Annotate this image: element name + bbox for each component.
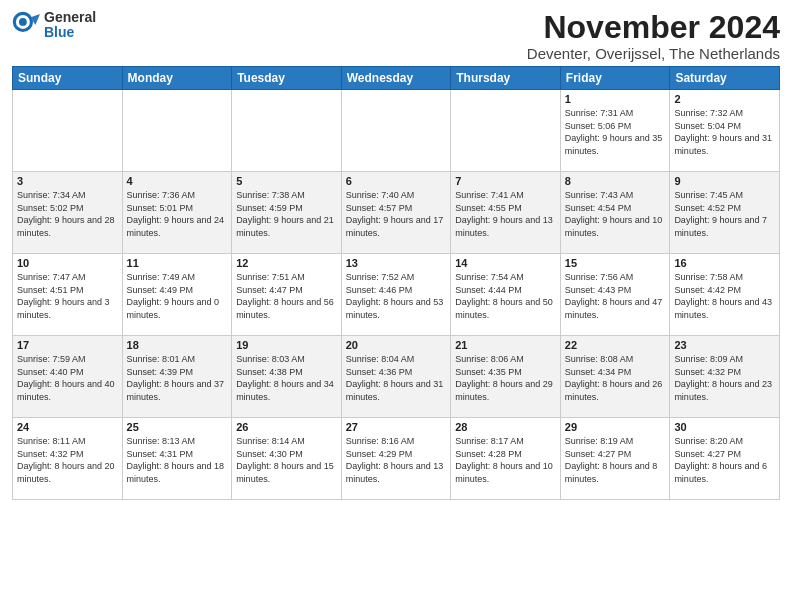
day-info: Sunrise: 8:11 AM Sunset: 4:32 PM Dayligh… — [17, 435, 118, 485]
calendar-week-5: 24Sunrise: 8:11 AM Sunset: 4:32 PM Dayli… — [13, 418, 780, 500]
logo-text: General Blue — [44, 10, 96, 41]
location: Deventer, Overijssel, The Netherlands — [527, 45, 780, 62]
day-number: 1 — [565, 93, 666, 105]
day-number: 13 — [346, 257, 447, 269]
calendar-cell — [232, 90, 342, 172]
calendar-cell: 19Sunrise: 8:03 AM Sunset: 4:38 PM Dayli… — [232, 336, 342, 418]
day-number: 16 — [674, 257, 775, 269]
day-info: Sunrise: 7:56 AM Sunset: 4:43 PM Dayligh… — [565, 271, 666, 321]
logo-blue-text: Blue — [44, 25, 96, 40]
day-number: 27 — [346, 421, 447, 433]
day-info: Sunrise: 7:58 AM Sunset: 4:42 PM Dayligh… — [674, 271, 775, 321]
calendar-cell: 27Sunrise: 8:16 AM Sunset: 4:29 PM Dayli… — [341, 418, 451, 500]
calendar-cell: 14Sunrise: 7:54 AM Sunset: 4:44 PM Dayli… — [451, 254, 561, 336]
day-number: 20 — [346, 339, 447, 351]
calendar-header: SundayMondayTuesdayWednesdayThursdayFrid… — [13, 67, 780, 90]
day-number: 15 — [565, 257, 666, 269]
calendar-cell: 3Sunrise: 7:34 AM Sunset: 5:02 PM Daylig… — [13, 172, 123, 254]
day-info: Sunrise: 8:04 AM Sunset: 4:36 PM Dayligh… — [346, 353, 447, 403]
day-number: 6 — [346, 175, 447, 187]
day-number: 28 — [455, 421, 556, 433]
day-info: Sunrise: 8:14 AM Sunset: 4:30 PM Dayligh… — [236, 435, 337, 485]
day-number: 29 — [565, 421, 666, 433]
day-number: 3 — [17, 175, 118, 187]
calendar-cell: 12Sunrise: 7:51 AM Sunset: 4:47 PM Dayli… — [232, 254, 342, 336]
day-number: 21 — [455, 339, 556, 351]
day-number: 2 — [674, 93, 775, 105]
calendar-cell: 21Sunrise: 8:06 AM Sunset: 4:35 PM Dayli… — [451, 336, 561, 418]
day-info: Sunrise: 7:43 AM Sunset: 4:54 PM Dayligh… — [565, 189, 666, 239]
calendar-cell — [451, 90, 561, 172]
calendar-cell — [13, 90, 123, 172]
calendar-cell: 20Sunrise: 8:04 AM Sunset: 4:36 PM Dayli… — [341, 336, 451, 418]
day-number: 12 — [236, 257, 337, 269]
month-title: November 2024 — [527, 10, 780, 45]
day-info: Sunrise: 8:01 AM Sunset: 4:39 PM Dayligh… — [127, 353, 228, 403]
day-info: Sunrise: 8:06 AM Sunset: 4:35 PM Dayligh… — [455, 353, 556, 403]
header-day-tuesday: Tuesday — [232, 67, 342, 90]
day-info: Sunrise: 8:16 AM Sunset: 4:29 PM Dayligh… — [346, 435, 447, 485]
calendar-cell: 29Sunrise: 8:19 AM Sunset: 4:27 PM Dayli… — [560, 418, 670, 500]
calendar-table: SundayMondayTuesdayWednesdayThursdayFrid… — [12, 66, 780, 500]
calendar-cell: 2Sunrise: 7:32 AM Sunset: 5:04 PM Daylig… — [670, 90, 780, 172]
calendar-cell: 24Sunrise: 8:11 AM Sunset: 4:32 PM Dayli… — [13, 418, 123, 500]
calendar-week-3: 10Sunrise: 7:47 AM Sunset: 4:51 PM Dayli… — [13, 254, 780, 336]
day-number: 9 — [674, 175, 775, 187]
header-day-friday: Friday — [560, 67, 670, 90]
day-number: 26 — [236, 421, 337, 433]
calendar-cell: 6Sunrise: 7:40 AM Sunset: 4:57 PM Daylig… — [341, 172, 451, 254]
day-number: 22 — [565, 339, 666, 351]
page-container: General Blue November 2024 Deventer, Ove… — [0, 0, 792, 506]
day-info: Sunrise: 7:31 AM Sunset: 5:06 PM Dayligh… — [565, 107, 666, 157]
logo: General Blue — [12, 10, 96, 41]
header-day-thursday: Thursday — [451, 67, 561, 90]
day-number: 4 — [127, 175, 228, 187]
calendar-week-4: 17Sunrise: 7:59 AM Sunset: 4:40 PM Dayli… — [13, 336, 780, 418]
calendar-cell: 30Sunrise: 8:20 AM Sunset: 4:27 PM Dayli… — [670, 418, 780, 500]
day-info: Sunrise: 7:59 AM Sunset: 4:40 PM Dayligh… — [17, 353, 118, 403]
calendar-week-1: 1Sunrise: 7:31 AM Sunset: 5:06 PM Daylig… — [13, 90, 780, 172]
day-number: 7 — [455, 175, 556, 187]
logo-icon — [12, 11, 40, 39]
day-info: Sunrise: 7:38 AM Sunset: 4:59 PM Dayligh… — [236, 189, 337, 239]
calendar-cell: 1Sunrise: 7:31 AM Sunset: 5:06 PM Daylig… — [560, 90, 670, 172]
calendar-cell: 22Sunrise: 8:08 AM Sunset: 4:34 PM Dayli… — [560, 336, 670, 418]
calendar-cell — [341, 90, 451, 172]
day-info: Sunrise: 7:45 AM Sunset: 4:52 PM Dayligh… — [674, 189, 775, 239]
day-info: Sunrise: 7:47 AM Sunset: 4:51 PM Dayligh… — [17, 271, 118, 321]
logo-general-text: General — [44, 10, 96, 25]
day-number: 5 — [236, 175, 337, 187]
day-info: Sunrise: 8:03 AM Sunset: 4:38 PM Dayligh… — [236, 353, 337, 403]
day-info: Sunrise: 7:41 AM Sunset: 4:55 PM Dayligh… — [455, 189, 556, 239]
day-info: Sunrise: 8:20 AM Sunset: 4:27 PM Dayligh… — [674, 435, 775, 485]
calendar-cell: 10Sunrise: 7:47 AM Sunset: 4:51 PM Dayli… — [13, 254, 123, 336]
header-day-saturday: Saturday — [670, 67, 780, 90]
calendar-body: 1Sunrise: 7:31 AM Sunset: 5:06 PM Daylig… — [13, 90, 780, 500]
header-day-sunday: Sunday — [13, 67, 123, 90]
title-block: November 2024 Deventer, Overijssel, The … — [527, 10, 780, 62]
calendar-cell: 9Sunrise: 7:45 AM Sunset: 4:52 PM Daylig… — [670, 172, 780, 254]
header-row-days: SundayMondayTuesdayWednesdayThursdayFrid… — [13, 67, 780, 90]
day-info: Sunrise: 8:19 AM Sunset: 4:27 PM Dayligh… — [565, 435, 666, 485]
calendar-cell: 23Sunrise: 8:09 AM Sunset: 4:32 PM Dayli… — [670, 336, 780, 418]
day-number: 24 — [17, 421, 118, 433]
day-number: 17 — [17, 339, 118, 351]
day-info: Sunrise: 8:17 AM Sunset: 4:28 PM Dayligh… — [455, 435, 556, 485]
day-number: 18 — [127, 339, 228, 351]
calendar-cell: 8Sunrise: 7:43 AM Sunset: 4:54 PM Daylig… — [560, 172, 670, 254]
calendar-cell: 15Sunrise: 7:56 AM Sunset: 4:43 PM Dayli… — [560, 254, 670, 336]
calendar-cell: 17Sunrise: 7:59 AM Sunset: 4:40 PM Dayli… — [13, 336, 123, 418]
calendar-cell — [122, 90, 232, 172]
day-info: Sunrise: 7:40 AM Sunset: 4:57 PM Dayligh… — [346, 189, 447, 239]
day-number: 30 — [674, 421, 775, 433]
day-info: Sunrise: 7:52 AM Sunset: 4:46 PM Dayligh… — [346, 271, 447, 321]
day-info: Sunrise: 7:32 AM Sunset: 5:04 PM Dayligh… — [674, 107, 775, 157]
calendar-cell: 13Sunrise: 7:52 AM Sunset: 4:46 PM Dayli… — [341, 254, 451, 336]
calendar-cell: 25Sunrise: 8:13 AM Sunset: 4:31 PM Dayli… — [122, 418, 232, 500]
day-info: Sunrise: 7:51 AM Sunset: 4:47 PM Dayligh… — [236, 271, 337, 321]
calendar-cell: 26Sunrise: 8:14 AM Sunset: 4:30 PM Dayli… — [232, 418, 342, 500]
svg-point-2 — [19, 18, 27, 26]
calendar-cell: 4Sunrise: 7:36 AM Sunset: 5:01 PM Daylig… — [122, 172, 232, 254]
day-info: Sunrise: 7:36 AM Sunset: 5:01 PM Dayligh… — [127, 189, 228, 239]
day-info: Sunrise: 7:54 AM Sunset: 4:44 PM Dayligh… — [455, 271, 556, 321]
